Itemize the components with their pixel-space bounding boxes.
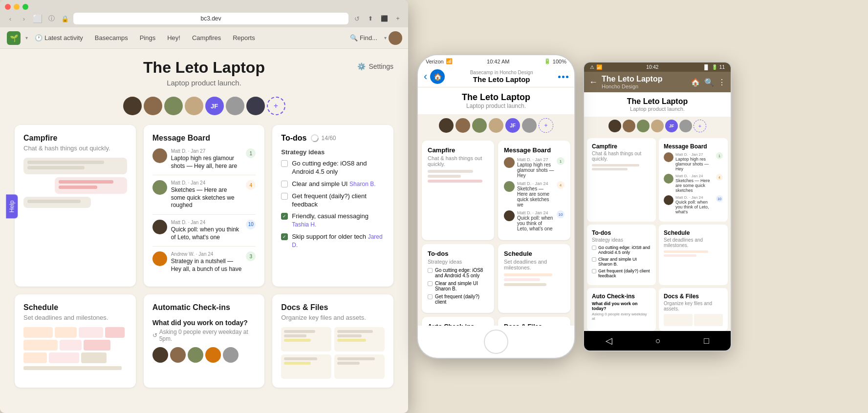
search-dropdown[interactable]: ▾: [384, 35, 387, 41]
android-back-button[interactable]: ←: [589, 77, 598, 87]
schedule-card[interactable]: Schedule Set deadlines and milestones.: [15, 294, 136, 388]
android-auto-checkins-card[interactable]: Auto Check-ins What did you work on toda…: [587, 288, 656, 331]
info-button[interactable]: ⓘ: [46, 13, 57, 24]
android-more-icon[interactable]: ⋮: [718, 78, 726, 87]
android-nav-recents[interactable]: □: [704, 336, 709, 346]
ios-todo-0[interactable]: Go cutting edge: iOS8 and Android 4.5 on…: [428, 268, 488, 278]
ios-home-icon[interactable]: 🏠: [430, 69, 445, 84]
avatar-jf[interactable]: JF: [205, 97, 224, 115]
ios-schedule-card[interactable]: Schedule Set deadlines and milestones.: [498, 244, 570, 313]
android-campfire-card[interactable]: Campfire Chat & hash things out quickly.: [587, 138, 656, 222]
help-button[interactable]: Help: [6, 195, 18, 219]
fullscreen-button[interactable]: ⬛: [379, 13, 390, 24]
ios-message-board-card[interactable]: Message Board Matt D. · Jan 27 Laptop hi…: [498, 141, 570, 240]
android-avatar-4[interactable]: [651, 120, 664, 132]
nav-hey[interactable]: Hey!: [162, 31, 185, 44]
ios-todo-2[interactable]: Get frequent (daily?) client: [428, 294, 488, 305]
android-avatar-1[interactable]: [608, 120, 621, 132]
todo-checkbox-0[interactable]: [281, 160, 288, 167]
search-button[interactable]: 🔍 Find...: [345, 32, 382, 44]
ios-avatar-6[interactable]: [522, 118, 537, 133]
campfire-card[interactable]: Campfire Chat & hash things out quickly.: [15, 125, 136, 287]
todo-item-2[interactable]: Get frequent (daily?) client feedback: [281, 192, 385, 209]
todo-checkbox-2[interactable]: [281, 193, 288, 200]
ios-add-member[interactable]: +: [539, 118, 553, 133]
docs-files-card[interactable]: Docs & Files Organize key files and asse…: [272, 294, 393, 388]
message-item-3[interactable]: Andrew W. · Jan 24 Strategy in a nutshel…: [152, 251, 256, 278]
ios-avatar-jf[interactable]: JF: [505, 118, 520, 133]
android-todo-0[interactable]: Go cutting edge: iOS8 and Android 4.5 on…: [592, 245, 651, 255]
ios-auto-checkins-card[interactable]: Auto Check-ins What did you work on toda…: [422, 317, 494, 326]
todo-item-3[interactable]: ✓ Friendly, casual messaging Tashia H.: [281, 212, 385, 229]
android-add-member[interactable]: +: [694, 120, 706, 132]
todos-card[interactable]: To-dos 14/60 Strategy ideas Go cutting e…: [272, 125, 393, 287]
ios-avatar-4[interactable]: [489, 118, 503, 133]
android-todo-2[interactable]: Get frequent (daily?) client feedback: [592, 268, 651, 278]
nav-pings[interactable]: Pings: [135, 31, 161, 44]
android-docs-card[interactable]: Docs & Files Organize key files and asse…: [659, 288, 728, 331]
ios-todo-1[interactable]: Clear and simple UI Sharon B.: [428, 281, 488, 291]
ios-docs-card[interactable]: Docs & Files Organize key files and asse…: [498, 317, 570, 326]
android-todo-1[interactable]: Clear and simple UI Sharon B.: [592, 257, 651, 267]
add-member-button[interactable]: +: [267, 97, 285, 115]
address-bar[interactable]: bc3.dev: [73, 13, 348, 24]
lock-button[interactable]: 🔒: [60, 13, 70, 24]
settings-button[interactable]: ⚙️ Settings: [357, 62, 393, 70]
ios-home-button[interactable]: [484, 330, 508, 354]
ios-msg-item-2[interactable]: Matt D. · Jan 24 Quick poll: when you th…: [504, 210, 564, 231]
avatar-2[interactable]: [144, 97, 162, 115]
share-button[interactable]: ⬆: [365, 13, 376, 24]
todo-item-0[interactable]: Go cutting edge: iOS8 and Android 4.5 on…: [281, 160, 385, 176]
message-board-card[interactable]: Message Board Matt D. · Jan 27 Laptop hi…: [144, 125, 265, 287]
android-checkbox-1[interactable]: [592, 257, 596, 262]
todo-checkbox-3[interactable]: ✓: [281, 213, 288, 220]
android-msg-item-0[interactable]: Matt D. · Jan 27 Laptop high res glamour…: [664, 152, 723, 171]
minimize-button[interactable]: [14, 4, 20, 10]
android-msg-item-2[interactable]: Matt D. · Jan 24 Quick poll: when you th…: [664, 195, 723, 214]
android-message-board-card[interactable]: Message Board Matt D. · Jan 27 Laptop hi…: [659, 138, 728, 222]
avatar-1[interactable]: [123, 97, 142, 115]
ios-todos-card[interactable]: To-dos Strategy ideas Go cutting edge: i…: [422, 244, 494, 313]
android-avatar-6[interactable]: [679, 120, 692, 132]
ios-menu-dots[interactable]: [558, 76, 568, 78]
new-tab-button[interactable]: +: [392, 13, 403, 24]
close-button[interactable]: [5, 4, 11, 10]
ios-checkbox-0[interactable]: [428, 268, 433, 273]
ios-back-button[interactable]: ‹: [424, 70, 427, 83]
user-avatar[interactable]: [389, 31, 402, 45]
android-search-icon[interactable]: 🔍: [704, 78, 714, 87]
message-item-0[interactable]: Matt D. · Jan 27 Laptop high res glamour…: [152, 148, 256, 175]
ios-avatar-3[interactable]: [472, 118, 487, 133]
android-avatar-jf[interactable]: JF: [665, 120, 678, 132]
android-msg-item-1[interactable]: Matt D. · Jan 24 Sketches — Here are som…: [664, 174, 723, 193]
todo-item-4[interactable]: ✓ Skip support for older tech Jared D.: [281, 233, 385, 249]
android-nav-home[interactable]: ○: [655, 336, 661, 346]
ios-msg-item-1[interactable]: Matt D. · Jan 24 Sketches — Here are som…: [504, 181, 564, 207]
ios-campfire-card[interactable]: Campfire Chat & hash things out quickly.: [422, 141, 494, 240]
android-home-icon[interactable]: 🏠: [691, 78, 700, 87]
nav-campfires[interactable]: Campfires: [187, 31, 226, 44]
nav-reports[interactable]: Reports: [228, 31, 260, 44]
ios-avatar-1[interactable]: [439, 118, 454, 133]
message-item-2[interactable]: Matt D. · Jan 24 Quick poll: when you th…: [152, 220, 256, 247]
ios-avatar-2[interactable]: [456, 118, 470, 133]
nav-basecamps[interactable]: Basecamps: [90, 31, 133, 44]
sidebar-button[interactable]: ⬜: [32, 13, 43, 24]
forward-button[interactable]: ›: [19, 13, 29, 24]
back-button[interactable]: ‹: [5, 13, 16, 24]
auto-checkins-card[interactable]: Automatic Check-ins What did you work on…: [144, 294, 265, 388]
android-todos-card[interactable]: To-dos Strategy ideas Go cutting edge: i…: [587, 225, 656, 285]
avatar-7[interactable]: [246, 97, 265, 115]
ios-msg-item-0[interactable]: Matt D. · Jan 27 Laptop high res glamour…: [504, 157, 564, 178]
android-checkbox-2[interactable]: [592, 269, 596, 273]
android-checkbox-0[interactable]: [592, 246, 596, 250]
logo-dropdown[interactable]: ▾: [25, 35, 28, 41]
android-schedule-card[interactable]: Schedule Set deadlines and milestones.: [659, 225, 728, 285]
avatar-4[interactable]: [185, 97, 203, 115]
todo-checkbox-4[interactable]: ✓: [281, 233, 288, 240]
message-item-1[interactable]: Matt D. · Jan 24 Sketches — Here are som…: [152, 180, 256, 215]
nav-latest-activity[interactable]: 🕐 Latest activity: [30, 31, 88, 44]
android-avatar-3[interactable]: [637, 120, 650, 132]
avatar-6[interactable]: [226, 97, 244, 115]
android-avatar-2[interactable]: [623, 120, 635, 132]
